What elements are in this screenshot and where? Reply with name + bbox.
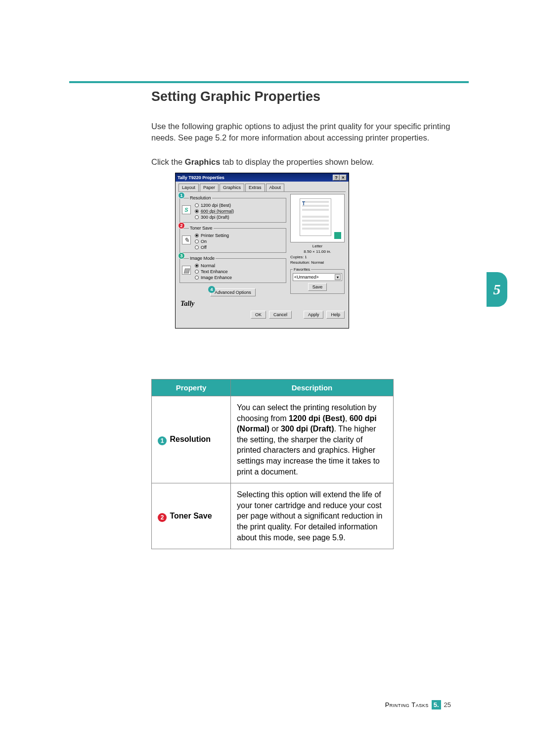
favorites-save-button[interactable]: Save	[308, 283, 327, 291]
tab-layout[interactable]: Layout	[178, 184, 199, 191]
close-icon[interactable]: ×	[340, 175, 347, 181]
instruction-paragraph: Click the Graphics tab to display the pr…	[151, 156, 468, 168]
tab-graphics[interactable]: Graphics	[220, 184, 244, 191]
resolution-option-300[interactable]: 300 dpi (Draft)	[183, 214, 284, 220]
toner-save-option-printer[interactable]: Printer Setting	[183, 233, 284, 238]
printer-properties-dialog: Tally T9220 Properties ? × Layout Paper …	[175, 173, 349, 329]
row1-description: You can select the printing resolution b…	[231, 396, 394, 483]
dialog-tabbar: Layout Paper Graphics Extras About	[176, 182, 349, 191]
brand-label: Tally	[176, 299, 349, 309]
table-row: 2 Toner Save Selecting this option will …	[152, 483, 394, 549]
chevron-down-icon: ▼	[335, 274, 341, 280]
row1-callout: 1	[158, 436, 167, 445]
help-icon[interactable]: ?	[333, 175, 340, 181]
page-preview: T	[290, 194, 345, 242]
tab-about[interactable]: About	[266, 184, 285, 191]
advanced-options-button[interactable]: Advanced Options	[210, 288, 256, 296]
image-mode-option-normal-label: Normal	[201, 263, 215, 268]
favorites-group: Favorites <Unnamed> ▼ Save	[290, 267, 345, 294]
image-mode-option-image[interactable]: Image Enhance	[183, 275, 284, 281]
callout-4: 4	[208, 286, 215, 293]
dialog-title: Tally T9220 Properties	[178, 175, 224, 180]
preview-resolution: Resolution: Normal	[290, 260, 345, 265]
ok-button[interactable]: OK	[251, 311, 266, 319]
resolution-group: Resolution S 1200 dpi (Best) 600 dpi (No…	[179, 195, 286, 223]
chapter-tab: 5	[487, 272, 507, 307]
toner-save-group: Toner Save ✎ Printer Setting On Off	[179, 226, 286, 253]
resolution-option-600[interactable]: 600 dpi (Normal)	[183, 208, 284, 214]
resolution-option-1200[interactable]: 1200 dpi (Best)	[183, 202, 284, 208]
instruction-tabname: Graphics	[185, 157, 221, 166]
table-head-description: Description	[231, 379, 394, 396]
toner-save-option-off-label: Off	[201, 245, 207, 250]
footer-page-number: 25	[444, 701, 451, 709]
toner-save-icon: ✎	[182, 236, 191, 244]
toner-save-option-printer-label: Printer Setting	[201, 233, 229, 238]
favorites-select-value: <Unnamed>	[294, 275, 319, 280]
footer-chapter: 5.	[432, 700, 441, 709]
instruction-post: tab to display the properties shown belo…	[220, 157, 374, 166]
page-top-rule	[69, 81, 469, 83]
footer-section: Printing Tasks	[385, 701, 429, 709]
favorites-select[interactable]: <Unnamed> ▼	[293, 273, 342, 281]
resolution-legend: Resolution	[189, 195, 212, 200]
preview-size-name: Letter	[290, 243, 345, 249]
toner-save-option-off[interactable]: Off	[183, 244, 284, 250]
image-mode-legend: Image Mode	[189, 256, 216, 261]
section-heading: Setting Graphic Properties	[151, 89, 320, 104]
toner-save-option-on[interactable]: On	[183, 238, 284, 244]
resolution-option-300-label: 300 dpi (Draft)	[201, 215, 229, 220]
callout-3: 3	[178, 252, 185, 259]
preview-corner-icon	[334, 232, 341, 239]
resolution-option-1200-label: 1200 dpi (Best)	[201, 203, 231, 208]
image-mode-group: Image Mode ▤ Normal Text Enhance Image E…	[179, 256, 286, 283]
callout-2: 2	[178, 222, 185, 229]
image-mode-option-image-label: Image Enhance	[201, 275, 232, 280]
favorites-legend: Favorites	[293, 267, 311, 272]
property-table: Property Description 1 Resolution You ca…	[151, 379, 394, 549]
toner-save-option-on-label: On	[201, 239, 207, 244]
apply-button[interactable]: Apply	[304, 311, 324, 319]
row1-name: Resolution	[170, 435, 211, 443]
image-mode-icon: ▤	[182, 266, 191, 275]
table-row: 1 Resolution You can select the printing…	[152, 396, 394, 483]
preview-copies: Copies: 1	[290, 254, 345, 260]
row2-name: Toner Save	[170, 512, 212, 520]
resolution-icon: S	[182, 205, 191, 214]
page-footer: Printing Tasks 5.25	[385, 700, 451, 709]
toner-save-legend: Toner Save	[189, 226, 214, 231]
resolution-option-600-label: 600 dpi (Normal)	[201, 209, 234, 214]
dialog-titlebar: Tally T9220 Properties ? ×	[176, 173, 349, 182]
intro-paragraph: Use the following graphic options to adj…	[151, 121, 468, 143]
table-head-property: Property	[152, 379, 231, 396]
tab-paper[interactable]: Paper	[200, 184, 219, 191]
dialog-button-row: OK Cancel Apply Help	[176, 309, 349, 322]
preview-size-dim: 8.50 × 11.00 in.	[290, 249, 345, 254]
image-mode-option-normal[interactable]: Normal	[183, 263, 284, 269]
row2-description: Selecting this option will extend the li…	[231, 483, 394, 549]
cancel-button[interactable]: Cancel	[269, 311, 292, 319]
help-button[interactable]: Help	[326, 311, 345, 319]
image-mode-option-text[interactable]: Text Enhance	[183, 269, 284, 275]
tab-extras[interactable]: Extras	[245, 184, 265, 191]
instruction-pre: Click the	[151, 157, 185, 166]
callout-1: 1	[178, 192, 185, 199]
row2-callout: 2	[158, 513, 167, 522]
image-mode-option-text-label: Text Enhance	[201, 269, 228, 274]
